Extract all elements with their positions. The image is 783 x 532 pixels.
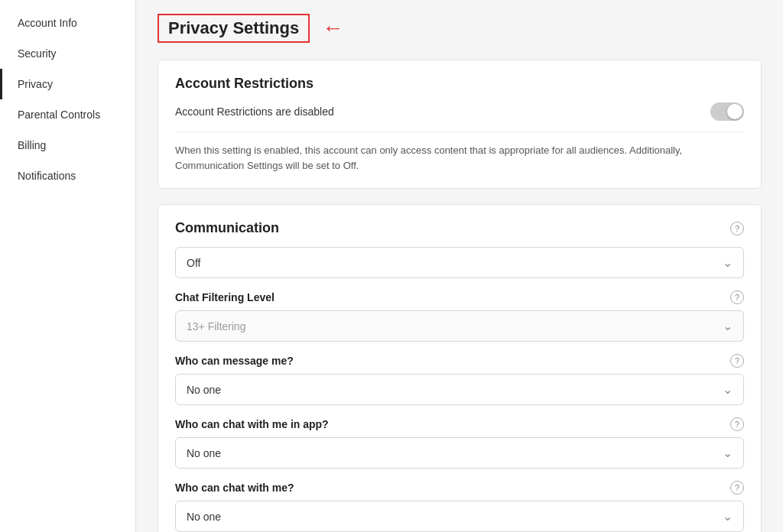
- toggle-knob: [727, 104, 742, 119]
- chat-filtering-group: Chat Filtering Level ? 13+ Filtering ⌄: [175, 290, 744, 342]
- who-can-chat-app-label: Who can chat with me in app?: [175, 418, 329, 430]
- who-can-chat-app-label-row: Who can chat with me in app? ?: [175, 417, 744, 431]
- who-can-message-value: No one: [187, 384, 221, 396]
- who-can-chat-label: Who can chat with me?: [175, 482, 294, 494]
- communication-chevron-icon: ⌄: [723, 255, 733, 270]
- who-can-chat-app-chevron-icon: ⌄: [723, 446, 733, 460]
- sidebar-item-billing[interactable]: Billing: [0, 130, 135, 161]
- who-can-chat-app-value: No one: [187, 447, 221, 459]
- page-header: Privacy Settings ←: [158, 14, 762, 43]
- sidebar: Account Info Security Privacy Parental C…: [0, 0, 136, 532]
- who-can-chat-app-dropdown[interactable]: No one ⌄: [175, 437, 744, 469]
- who-can-chat-app-help-icon[interactable]: ?: [730, 417, 744, 431]
- sidebar-item-privacy[interactable]: Privacy: [0, 69, 135, 99]
- who-can-message-help-icon[interactable]: ?: [730, 354, 744, 368]
- account-restrictions-row: Account Restrictions are disabled: [175, 102, 744, 132]
- sidebar-item-notifications[interactable]: Notifications: [0, 161, 135, 191]
- communication-section: Communication ? Off ⌄ Chat Filtering Lev…: [158, 204, 762, 532]
- account-restrictions-toggle[interactable]: [710, 102, 744, 121]
- communication-dropdown[interactable]: Off ⌄: [175, 247, 744, 278]
- account-restrictions-title: Account Restrictions: [175, 76, 744, 92]
- page-title-box: Privacy Settings: [158, 14, 310, 43]
- arrow-icon: ←: [322, 18, 343, 39]
- who-can-chat-label-row: Who can chat with me? ?: [175, 481, 744, 495]
- page-title: Privacy Settings: [168, 18, 299, 37]
- sidebar-item-parental-controls[interactable]: Parental Controls: [0, 99, 135, 130]
- communication-header: Communication ?: [175, 220, 744, 236]
- account-restrictions-section: Account Restrictions Account Restriction…: [158, 60, 762, 189]
- sidebar-item-security[interactable]: Security: [0, 38, 135, 69]
- who-can-message-chevron-icon: ⌄: [723, 382, 733, 397]
- app-container: Account Info Security Privacy Parental C…: [0, 0, 783, 532]
- account-restrictions-description: When this setting is enabled, this accou…: [175, 143, 744, 173]
- chat-filtering-chevron-icon: ⌄: [723, 319, 733, 333]
- sidebar-item-account-info[interactable]: Account Info: [0, 8, 135, 38]
- who-can-chat-dropdown[interactable]: No one ⌄: [175, 501, 744, 532]
- who-can-message-dropdown[interactable]: No one ⌄: [175, 374, 744, 405]
- chat-filtering-label-row: Chat Filtering Level ?: [175, 290, 744, 304]
- account-restrictions-label: Account Restrictions are disabled: [175, 105, 334, 118]
- communication-title: Communication: [175, 220, 279, 236]
- who-can-chat-app-group: Who can chat with me in app? ? No one ⌄: [175, 417, 744, 469]
- who-can-message-label-row: Who can message me? ?: [175, 354, 744, 368]
- communication-value: Off: [187, 257, 200, 269]
- who-can-message-label: Who can message me?: [175, 355, 294, 367]
- chat-filtering-dropdown[interactable]: 13+ Filtering ⌄: [175, 310, 744, 342]
- communication-help-icon[interactable]: ?: [730, 222, 744, 235]
- main-content: Privacy Settings ← Account Restrictions …: [136, 0, 783, 532]
- who-can-chat-help-icon[interactable]: ?: [730, 481, 744, 495]
- chat-filtering-label: Chat Filtering Level: [175, 291, 275, 303]
- who-can-chat-chevron-icon: ⌄: [723, 509, 733, 524]
- chat-filtering-help-icon[interactable]: ?: [730, 290, 744, 304]
- chat-filtering-value: 13+ Filtering: [187, 320, 245, 332]
- who-can-message-group: Who can message me? ? No one ⌄: [175, 354, 744, 405]
- who-can-chat-value: No one: [187, 511, 221, 523]
- who-can-chat-group: Who can chat with me? ? No one ⌄: [175, 481, 744, 532]
